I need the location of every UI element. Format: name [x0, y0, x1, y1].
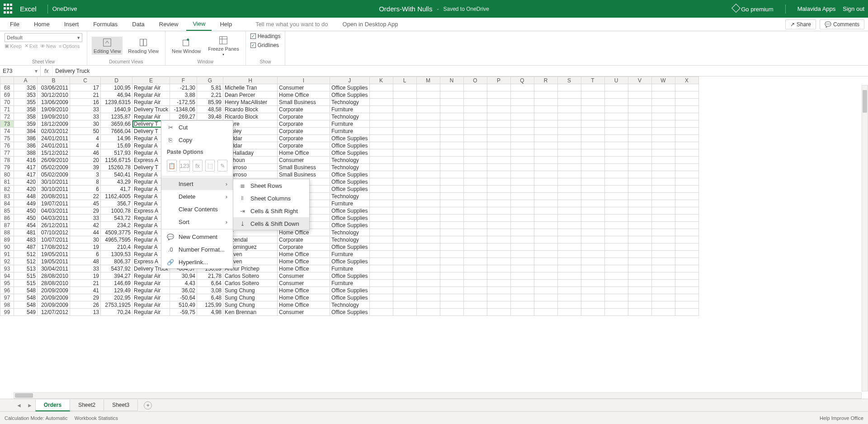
cell[interactable] [440, 200, 463, 207]
cell[interactable] [510, 258, 534, 265]
cell[interactable] [557, 91, 581, 99]
cell[interactable] [651, 128, 675, 135]
cell[interactable] [534, 149, 557, 157]
cell[interactable] [510, 91, 534, 99]
cell[interactable]: Home Office [278, 91, 330, 99]
cell[interactable]: 30,94 [170, 272, 197, 280]
cell[interactable]: Corporate [278, 236, 330, 243]
col-header-R[interactable]: R [534, 77, 557, 84]
col-header-F[interactable]: F [170, 77, 197, 84]
cell[interactable]: 543,72 [101, 214, 132, 222]
cell[interactable]: 5437,92 [101, 265, 132, 272]
cell[interactable] [581, 222, 604, 229]
cell[interactable]: 19/09/2010 [38, 113, 70, 120]
cell[interactable]: 6,48 [197, 294, 223, 301]
cell[interactable] [604, 294, 628, 301]
cell[interactable] [463, 287, 487, 294]
cell[interactable] [369, 280, 393, 287]
cell[interactable] [416, 113, 440, 120]
cell[interactable]: 19/09/2010 [38, 106, 70, 113]
cell[interactable] [463, 91, 487, 99]
cell[interactable] [628, 258, 651, 265]
cell[interactable] [651, 287, 675, 294]
cell[interactable]: 450 [14, 214, 38, 222]
cell[interactable]: 04/03/2011 [38, 214, 70, 222]
cell[interactable] [604, 272, 628, 280]
cell[interactable]: Office Supplies [330, 243, 370, 251]
cell[interactable] [393, 113, 416, 120]
cell[interactable]: 48,58 [197, 106, 223, 113]
cell[interactable]: 12/07/2012 [38, 309, 70, 316]
cell[interactable] [440, 113, 463, 120]
cell[interactable]: Office Supplies [330, 258, 370, 265]
cell[interactable] [534, 258, 557, 265]
user-name[interactable]: Malavida Apps [797, 5, 836, 12]
cell[interactable] [487, 243, 510, 251]
cell[interactable] [581, 229, 604, 236]
cell[interactable]: Home Office [278, 258, 330, 265]
cell[interactable] [440, 171, 463, 178]
cell[interactable] [581, 120, 604, 128]
cell[interactable]: 15260,78 [101, 164, 132, 171]
cell[interactable] [581, 207, 604, 214]
cell[interactable]: 30/10/2011 [38, 178, 70, 186]
cell[interactable]: Corporate [278, 120, 330, 128]
go-premium-link[interactable]: Go premium [733, 5, 774, 13]
cell[interactable] [675, 272, 698, 280]
cell[interactable]: 20/08/2011 [38, 193, 70, 200]
col-header-A[interactable]: A [14, 77, 38, 84]
cell[interactable] [534, 200, 557, 207]
cell[interactable] [557, 258, 581, 265]
cell[interactable]: 05/02/2009 [38, 164, 70, 171]
cell[interactable] [581, 214, 604, 222]
cell[interactable] [393, 149, 416, 157]
row-header[interactable]: 71 [0, 106, 14, 113]
cell[interactable] [393, 91, 416, 99]
cell[interactable]: Office Supplies [330, 84, 370, 91]
options-button[interactable]: ≡ Options [59, 43, 80, 49]
col-header-N[interactable]: N [440, 77, 463, 84]
cell[interactable]: 202,95 [101, 294, 132, 301]
cell[interactable] [440, 128, 463, 135]
open-desktop[interactable]: Open in Desktop App [336, 18, 405, 30]
cell[interactable]: Home Office [278, 301, 330, 309]
cell[interactable] [416, 84, 440, 91]
sheet-tab-sheet2[interactable]: Sheet2 [70, 400, 104, 411]
cell[interactable]: 806,37 [101, 258, 132, 265]
cell[interactable] [369, 236, 393, 243]
cell[interactable] [510, 265, 534, 272]
cell[interactable] [369, 186, 393, 193]
cell[interactable] [628, 113, 651, 120]
cell[interactable] [416, 272, 440, 280]
cell[interactable] [487, 84, 510, 91]
cell[interactable] [369, 214, 393, 222]
cell[interactable] [651, 214, 675, 222]
cell[interactable] [369, 222, 393, 229]
cell[interactable] [440, 99, 463, 106]
cell[interactable]: 549 [14, 309, 38, 316]
cell[interactable] [604, 222, 628, 229]
cell[interactable] [675, 280, 698, 287]
cell[interactable]: 16 [70, 99, 101, 106]
reading-view-button[interactable]: Reading View [126, 37, 160, 55]
cell[interactable] [534, 309, 557, 316]
cell[interactable] [463, 200, 487, 207]
cell[interactable] [557, 149, 581, 157]
cell[interactable] [581, 251, 604, 258]
cell[interactable]: Office Supplies [330, 178, 370, 186]
cell[interactable] [440, 236, 463, 243]
cell[interactable] [534, 91, 557, 99]
row-header[interactable]: 85 [0, 207, 14, 214]
cell[interactable] [416, 265, 440, 272]
cell[interactable] [369, 164, 393, 171]
cell[interactable]: Office Supplies [330, 149, 370, 157]
cell[interactable] [604, 135, 628, 142]
cell[interactable] [393, 128, 416, 135]
cell[interactable] [510, 84, 534, 91]
cell[interactable]: 513 [14, 265, 38, 272]
cell[interactable] [604, 178, 628, 186]
cell[interactable] [581, 301, 604, 309]
cell[interactable] [604, 99, 628, 106]
cell[interactable]: 6 [70, 251, 101, 258]
tell-me[interactable]: Tell me what you want to do [249, 18, 334, 30]
